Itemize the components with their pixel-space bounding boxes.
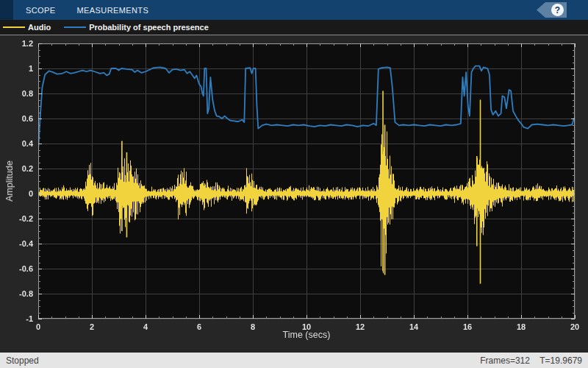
- legend-label-probability: Probability of speech presence: [89, 23, 209, 32]
- status-time: T=19.9679: [539, 355, 582, 366]
- status-bar: Stopped Frames=312 T=19.9679: [0, 353, 588, 368]
- scope-window: SCOPE MEASUREMENTS ? Audio Probability o…: [0, 0, 588, 368]
- legend: Audio Probability of speech presence: [0, 20, 588, 35]
- legend-item-audio[interactable]: Audio: [3, 23, 61, 32]
- probability-line-swatch: [64, 26, 86, 28]
- toolstrip: SCOPE MEASUREMENTS ?: [0, 0, 588, 20]
- waveform-canvas[interactable]: [0, 35, 588, 353]
- status-frames: Frames=312: [480, 355, 530, 366]
- legend-label-audio: Audio: [28, 23, 51, 32]
- help-banner[interactable]: ?: [537, 2, 567, 18]
- x-axis-label: Time (secs): [38, 330, 575, 340]
- status-counters: Frames=312 T=19.9679: [473, 355, 582, 366]
- tab-scope[interactable]: SCOPE: [17, 0, 65, 20]
- toolstrip-corner: [0, 0, 13, 20]
- plot-area: Time (secs) Amplitude: [0, 35, 588, 353]
- help-icon[interactable]: ?: [551, 4, 564, 16]
- y-axis-label: Amplitude: [4, 160, 15, 202]
- audio-line-swatch: [3, 26, 25, 28]
- status-state: Stopped: [6, 355, 39, 366]
- tab-measurements[interactable]: MEASUREMENTS: [68, 0, 158, 20]
- legend-item-probability[interactable]: Probability of speech presence: [64, 23, 219, 32]
